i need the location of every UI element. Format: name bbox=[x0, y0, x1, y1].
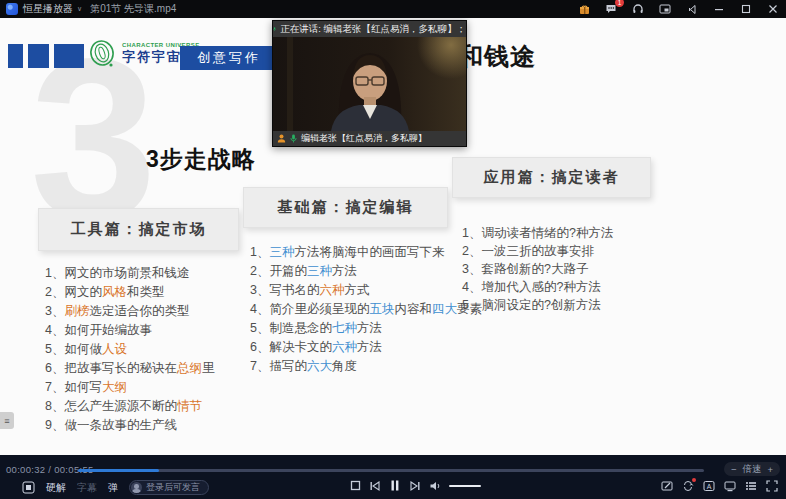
list-item: 3、套路创新的?大路子 bbox=[462, 260, 613, 278]
cast-icon[interactable] bbox=[724, 480, 736, 492]
webcam-feed bbox=[273, 37, 466, 131]
presenter-image bbox=[273, 37, 466, 131]
list-item: 1、三种方法将脑海中的画面写下来 bbox=[250, 243, 482, 262]
list-item: 7、描写的六大角度 bbox=[250, 357, 482, 376]
app-name: 恒星播放器 bbox=[23, 2, 73, 16]
file-name: 第01节 先导课.mp4 bbox=[90, 2, 176, 16]
playlist-panel-handle[interactable]: ≡ bbox=[0, 412, 14, 429]
volume-slider[interactable] bbox=[449, 485, 481, 487]
list-item: 8、怎么产生源源不断的情节 bbox=[45, 397, 214, 416]
list-item: 5、如何做人设 bbox=[45, 340, 214, 359]
participant-icon bbox=[277, 134, 286, 143]
webcam-namebar: 编辑老张【红点易消，多私聊】 bbox=[273, 131, 466, 146]
speed-plus-button[interactable]: + bbox=[767, 464, 773, 475]
speed-control: − 倍速 + bbox=[724, 462, 780, 476]
list-item: 4、如何开始编故事 bbox=[45, 321, 214, 340]
list-item: 6、解决卡文的六种方法 bbox=[250, 338, 482, 357]
list-item: 6、把故事写长的秘诀在总纲里 bbox=[45, 359, 214, 378]
mic-icon bbox=[290, 134, 297, 143]
stop-button[interactable] bbox=[350, 480, 361, 491]
fullscreen-icon[interactable] bbox=[766, 480, 778, 492]
list-item: 3、写书名的六种方式 bbox=[250, 281, 482, 300]
section-box-basics: 基础篇：搞定编辑 bbox=[243, 187, 448, 228]
webcam-name-text: 编辑老张【红点易消，多私聊】 bbox=[301, 132, 427, 145]
loop-mode-icon[interactable] bbox=[682, 480, 694, 492]
section-box-apps: 应用篇：搞定读者 bbox=[452, 157, 651, 198]
list-item: 2、开篇的三种方法 bbox=[250, 262, 482, 281]
subtitle-toggle[interactable]: 字幕 bbox=[77, 481, 97, 495]
nav-button-creative-writing: 创意写作 bbox=[180, 46, 278, 70]
section-box-tools: 工具篇：搞定市场 bbox=[38, 208, 239, 251]
previous-button[interactable] bbox=[369, 480, 381, 492]
svg-text:A: A bbox=[707, 483, 712, 490]
list-item: 4、增加代入感的?种方法 bbox=[462, 278, 613, 296]
subtitle-track-icon[interactable]: A bbox=[703, 480, 715, 492]
list-item: 1、网文的市场前景和钱途 bbox=[45, 264, 214, 283]
deco-square bbox=[8, 44, 23, 68]
slide-title-partial: 和钱途 bbox=[458, 40, 536, 73]
message-badge: 1 bbox=[615, 0, 624, 7]
deco-square bbox=[54, 44, 84, 68]
screenshot-icon[interactable] bbox=[661, 480, 673, 492]
danmaku-toggle[interactable]: 弹 bbox=[108, 481, 118, 495]
list-item: 9、做一条故事的生产线 bbox=[45, 416, 214, 435]
course-list-tools: 1、网文的市场前景和钱途2、网文的风格和类型3、刷榜选定适合你的类型4、如何开始… bbox=[45, 264, 214, 435]
maximize-button[interactable] bbox=[739, 2, 753, 16]
control-bar: 00:00:32 / 00:05:55 − 倍速 + 硬解 字幕 弹 登录后可发… bbox=[0, 455, 786, 499]
titlebar: 恒星播放器 ∨ 第01节 先导课.mp4 1 bbox=[0, 0, 786, 18]
list-item: 2、一波三折的故事安排 bbox=[462, 242, 613, 260]
app-logo-icon bbox=[6, 3, 18, 15]
seek-bar-fill bbox=[78, 469, 159, 472]
playlist-icon[interactable] bbox=[745, 480, 757, 492]
strategy-title: 3步走战略 bbox=[146, 144, 256, 175]
webcam-overlay: 正在讲话: 编辑老张【红点易消，多私聊】； bbox=[272, 20, 467, 147]
hw-decode-toggle[interactable]: 硬解 bbox=[46, 481, 66, 495]
list-item: 5、制造悬念的七种方法 bbox=[250, 319, 482, 338]
list-item: 7、如何写大纲 bbox=[45, 378, 214, 397]
character-universe-logo-icon bbox=[87, 38, 117, 70]
list-item: 2、网文的风格和类型 bbox=[45, 283, 214, 302]
message-icon[interactable]: 1 bbox=[604, 2, 618, 16]
close-button[interactable] bbox=[766, 2, 780, 16]
course-list-apps: 1、调动读者情绪的?种方法2、一波三折的故事安排3、套路创新的?大路子4、增加代… bbox=[462, 224, 613, 314]
avatar bbox=[131, 482, 142, 493]
pause-button[interactable] bbox=[389, 479, 401, 492]
headset-icon[interactable] bbox=[631, 2, 645, 16]
speed-label[interactable]: 倍速 bbox=[742, 463, 761, 476]
list-item: 1、调动读者情绪的?种方法 bbox=[462, 224, 613, 242]
speaking-banner: 正在讲话: 编辑老张【红点易消，多私聊】； bbox=[273, 21, 466, 37]
minimize-button[interactable] bbox=[712, 2, 726, 16]
player-window: 恒星播放器 ∨ 第01节 先导课.mp4 1 bbox=[0, 0, 786, 499]
list-item: 5、脑洞设定的?创新方法 bbox=[462, 296, 613, 314]
panel-toggle-icon[interactable] bbox=[22, 481, 35, 494]
speaking-banner-text: 正在讲话: 编辑老张【红点易消，多私聊】； bbox=[280, 23, 466, 36]
pip-mode-icon[interactable] bbox=[658, 2, 672, 16]
seek-bar[interactable] bbox=[78, 469, 704, 472]
app-menu-chevron-icon[interactable]: ∨ bbox=[77, 5, 82, 13]
login-to-comment-button[interactable]: 登录后可发言 bbox=[129, 480, 209, 495]
next-button[interactable] bbox=[409, 480, 421, 492]
list-item: 4、简介里必须呈现的五块内容和四大要素 bbox=[250, 300, 482, 319]
gift-icon[interactable] bbox=[577, 2, 591, 16]
list-item: 3、刷榜选定适合你的类型 bbox=[45, 302, 214, 321]
course-list-basics: 1、三种方法将脑海中的画面写下来2、开篇的三种方法3、写书名的六种方式4、简介里… bbox=[250, 243, 482, 376]
deco-square bbox=[28, 44, 49, 68]
loop-notification-dot bbox=[692, 478, 696, 482]
mic-icon bbox=[273, 24, 276, 34]
volume-icon[interactable] bbox=[429, 480, 441, 492]
mini-player-icon[interactable] bbox=[685, 2, 699, 16]
speed-minus-button[interactable]: − bbox=[731, 464, 737, 475]
login-pill-text: 登录后可发言 bbox=[146, 481, 200, 494]
